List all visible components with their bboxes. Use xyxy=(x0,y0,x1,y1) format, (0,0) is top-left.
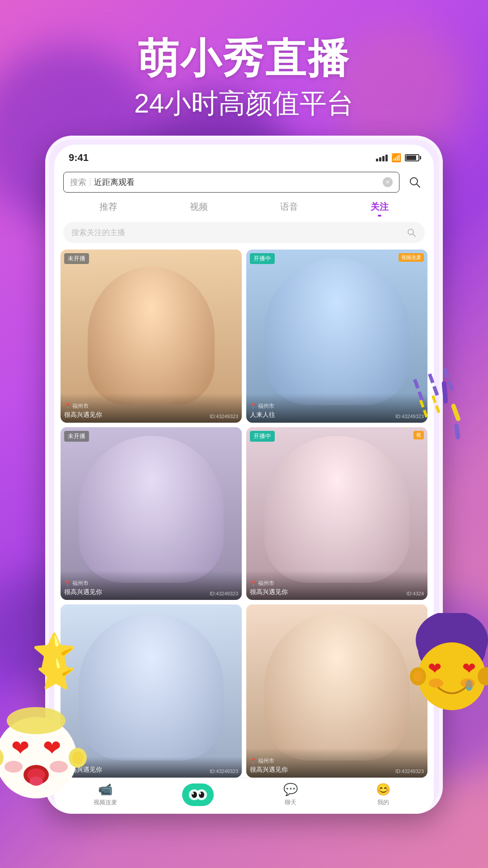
search-bar-wrapper: 搜索 近距离观看 ✕ xyxy=(54,167,434,197)
search-icon xyxy=(408,176,421,189)
card-location-6: 📍福州市 xyxy=(250,757,424,765)
card-badge-3: 未开播 xyxy=(64,431,89,442)
svg-line-1 xyxy=(417,184,420,187)
nav-center-button[interactable] xyxy=(182,783,214,806)
video-link-icon: 📹 xyxy=(98,783,113,797)
card-id-2: ID:43249323 xyxy=(395,414,424,419)
app-subtitle: 24小时高颜值平台 xyxy=(0,85,488,122)
app-title: 萌小秀直播 xyxy=(0,36,488,81)
card-badge-4: 开播中 xyxy=(250,431,275,442)
search-anchor[interactable]: 搜索关注的主播 xyxy=(63,222,425,243)
card-info-6: 📍福州市 很高兴遇见你 ID:43249323 xyxy=(246,748,427,778)
card-id-3: ID:43249323 xyxy=(210,591,238,596)
search-button[interactable] xyxy=(405,172,425,192)
card-extra-badge-2: 视频连麦 xyxy=(399,253,424,262)
card-location-3: 📍福州市 xyxy=(64,580,238,587)
status-time: 9:41 xyxy=(69,152,89,164)
svg-point-34 xyxy=(7,707,66,734)
svg-text:❤: ❤ xyxy=(462,659,476,678)
emoji-decoration-left: ❤ ❤ xyxy=(0,699,90,809)
nav-tabs: 推荐 视频 语音 关注 xyxy=(54,197,434,222)
svg-point-17 xyxy=(460,679,475,688)
svg-point-33 xyxy=(72,751,83,764)
streamer-card-3[interactable]: 未开播 📍福州市 很高兴遇见你 ID:43249323 xyxy=(61,427,242,600)
chat-icon: 💬 xyxy=(283,783,298,797)
card-info-1: 📍福州市 很高兴遇见你 ID:43249323 xyxy=(61,393,242,423)
search-label: 搜索 xyxy=(70,177,86,188)
card-location-2: 📍福州市 xyxy=(250,402,424,410)
search-divider xyxy=(90,178,90,186)
streamer-card-6[interactable]: 📍福州市 很高兴遇见你 ID:43249323 xyxy=(246,604,427,778)
emoji-decoration-right: ❤ ❤ xyxy=(402,613,488,714)
streamer-card-2[interactable]: 开播中 视频连麦 📍福州市 人来人往 ID:43249323 xyxy=(246,250,427,423)
status-bar: 9:41 📶 xyxy=(54,145,434,167)
svg-point-27 xyxy=(29,777,43,786)
svg-text:❤: ❤ xyxy=(43,736,61,760)
card-info-4: 📍福州市 很高兴遇见你 ID:4324 xyxy=(246,571,427,600)
svg-point-9 xyxy=(199,792,201,794)
card-id-6: ID:43249323 xyxy=(395,769,424,774)
search-anchor-text: 搜索关注的主播 xyxy=(71,227,125,238)
tab-voice[interactable]: 语音 xyxy=(275,199,304,215)
svg-point-16 xyxy=(429,679,443,688)
tab-recommend[interactable]: 推荐 xyxy=(94,199,123,215)
star-decoration: ⭐ xyxy=(36,655,75,692)
card-badge-2: 开播中 xyxy=(250,253,275,264)
svg-point-28 xyxy=(5,761,23,773)
tab-video[interactable]: 视频 xyxy=(184,199,213,215)
card-name-4: 很高兴遇见你 xyxy=(250,588,424,596)
phone-frame: 9:41 📶 搜索 近距离观看 ✕ xyxy=(45,136,443,814)
nav-mine[interactable]: 😊 我的 xyxy=(367,783,399,807)
search-query-text: 近距离观看 xyxy=(94,177,379,188)
card-id-4: ID:4324 xyxy=(406,591,424,596)
nav-mine-label: 我的 xyxy=(377,798,389,807)
svg-point-20 xyxy=(413,671,422,682)
mine-icon: 😊 xyxy=(376,783,390,797)
center-logo-icon xyxy=(188,788,208,801)
anchor-search-icon xyxy=(407,228,417,238)
svg-point-29 xyxy=(50,761,68,773)
card-id-1: ID:43249323 xyxy=(210,414,238,419)
phone-screen: 9:41 📶 搜索 近距离观看 ✕ xyxy=(54,145,434,814)
nav-chat-label: 聊天 xyxy=(285,798,296,807)
card-id-5: ID:43249323 xyxy=(210,769,238,774)
card-location-1: 📍福州市 xyxy=(64,402,238,410)
header-section: 萌小秀直播 24小时高颜值平台 xyxy=(0,36,488,122)
card-extra-badge-4: 视 xyxy=(413,431,424,439)
streamer-card-1[interactable]: 未开播 📍福州市 很高兴遇见你 ID:43249323 xyxy=(61,250,242,423)
svg-point-8 xyxy=(192,792,194,794)
search-clear-button[interactable]: ✕ xyxy=(383,177,393,187)
signal-icon xyxy=(376,155,388,161)
search-input-box[interactable]: 搜索 近距离观看 ✕ xyxy=(63,172,399,193)
card-badge-1: 未开播 xyxy=(64,253,89,264)
card-location-4: 📍福州市 xyxy=(250,580,424,587)
tab-follow[interactable]: 关注 xyxy=(365,199,394,215)
svg-text:❤: ❤ xyxy=(428,659,441,678)
svg-line-3 xyxy=(413,234,415,236)
nav-video-link-label: 视频连麦 xyxy=(94,798,117,807)
love-emoji-left-svg: ❤ ❤ xyxy=(0,699,90,807)
card-info-3: 📍福州市 很高兴遇见你 ID:43249323 xyxy=(61,571,242,600)
status-icons: 📶 xyxy=(376,153,419,163)
wifi-icon: 📶 xyxy=(391,153,401,163)
bottom-nav: 📹 视频连麦 💬 聊天 😊 我的 xyxy=(54,778,434,814)
card-info-2: 📍福州市 人来人往 ID:43249323 xyxy=(246,393,427,423)
nav-chat[interactable]: 💬 聊天 xyxy=(275,783,306,807)
love-emoji-right-svg: ❤ ❤ xyxy=(402,613,488,712)
svg-text:❤: ❤ xyxy=(11,736,29,760)
content-grid: 未开播 📍福州市 很高兴遇见你 ID:43249323 开播中 视频连麦 xyxy=(54,250,434,778)
nav-video-link[interactable]: 📹 视频连麦 xyxy=(89,783,121,807)
streamer-card-4[interactable]: 开播中 视 📍福州市 很高兴遇见你 ID:4324 xyxy=(246,427,427,600)
battery-icon xyxy=(405,154,419,161)
